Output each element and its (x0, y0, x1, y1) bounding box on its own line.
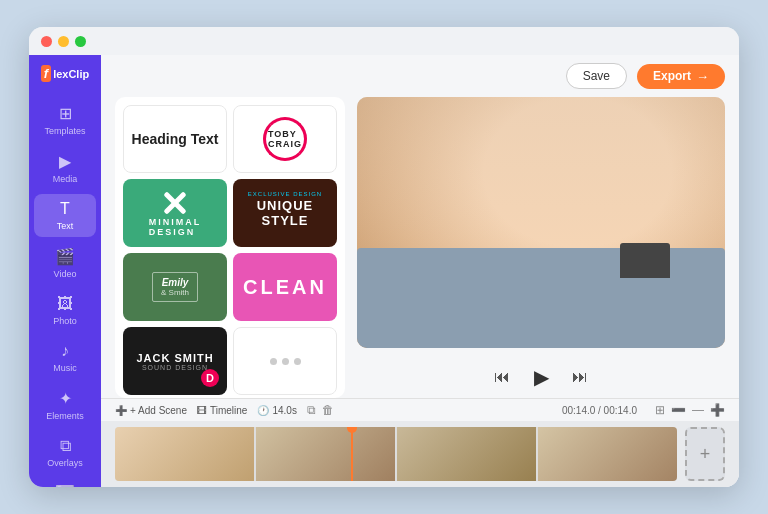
video-preview (357, 97, 725, 348)
zoom-bar-icon: — (692, 403, 704, 417)
text-card-emily[interactable]: Emily & Smith (123, 253, 227, 321)
music-icon: ♪ (61, 342, 69, 360)
photo-label: Photo (53, 316, 77, 326)
sidebar-item-bkground[interactable]: ⬜ BKground (34, 478, 96, 487)
video-controls: ⏮ ▶ ⏭ (357, 356, 725, 398)
timeline-bar: ➕ + Add Scene 🎞 Timeline 🕐 14.0s ⧉ 🗑 00:… (101, 398, 739, 421)
heading-text-label: Heading Text (132, 131, 219, 147)
logo-text: lexClip (53, 68, 89, 80)
jack-inner: JACK SMITH Sound Design (136, 352, 213, 371)
skip-forward-button[interactable]: ⏭ (570, 366, 590, 388)
templates-label: Templates (44, 126, 85, 136)
export-label: Export (653, 69, 691, 83)
text-card-toby[interactable]: TOBYCRAIG (233, 105, 337, 173)
copy-icon[interactable]: ⧉ (307, 403, 316, 417)
top-bar: Save Export → (101, 55, 739, 97)
app-logo: f lexClip (41, 65, 89, 82)
save-button[interactable]: Save (566, 63, 627, 89)
sidebar-item-photo[interactable]: 🖼 Photo (34, 289, 96, 332)
logo-f: f (41, 65, 51, 82)
sidebar-item-elements[interactable]: ✦ Elements (34, 383, 96, 427)
sidebar-item-templates[interactable]: ⊞ Templates (34, 98, 96, 142)
close-dot[interactable] (41, 36, 52, 47)
current-time: 00:14.0 / 00:14.0 (562, 405, 637, 416)
sidebar-item-overlays[interactable]: ⧉ Overlays (34, 431, 96, 474)
toby-inner: TOBYCRAIG (263, 117, 307, 161)
add-scene-button[interactable]: ➕ + Add Scene (115, 405, 187, 416)
duration-display: 🕐 14.0s (257, 405, 296, 416)
time-display: 00:14.0 / 00:14.0 (562, 405, 637, 416)
text-card-heading[interactable]: Heading Text (123, 105, 227, 173)
film-frame-2 (256, 427, 395, 481)
clean-text: CLEAN (243, 276, 327, 299)
video-label: Video (54, 269, 77, 279)
titlebar (29, 27, 739, 55)
filmstrip-area: + (101, 421, 739, 487)
film-frame-4 (538, 427, 677, 481)
preview-area: ⏮ ▶ ⏭ (357, 97, 725, 398)
export-arrow-icon: → (696, 69, 709, 84)
text-card-unique[interactable]: EXCLUSIVE DESIGN UNIQUE STYLE (233, 179, 337, 247)
overlays-label: Overlays (47, 458, 83, 468)
app-window: f lexClip ⊞ Templates ▶ Media T Text 🎬 V… (29, 27, 739, 487)
text-label: Text (57, 221, 74, 231)
minimize-dot[interactable] (58, 36, 69, 47)
timeline-icon: 🎞 (197, 405, 207, 416)
text-card-jack[interactable]: JACK SMITH Sound Design D (123, 327, 227, 395)
media-icon: ▶ (59, 152, 71, 171)
skip-back-button[interactable]: ⏮ (492, 366, 512, 388)
duration-value: 14.0s (272, 405, 296, 416)
zoom-in-icon[interactable]: ➕ (710, 403, 725, 417)
emily-name2: & Smith (161, 288, 189, 297)
film-frame-3 (397, 427, 536, 481)
toby-circle: TOBYCRAIG (263, 117, 307, 161)
film-frame-1 (115, 427, 254, 481)
overlays-icon: ⧉ (60, 437, 71, 455)
sidebar-item-media[interactable]: ▶ Media (34, 146, 96, 190)
zoom-controls: ⊞ ➖ — ➕ (655, 403, 725, 417)
sidebar-item-video[interactable]: 🎬 Video (34, 241, 96, 285)
sidebar-item-music[interactable]: ♪ Music (34, 336, 96, 379)
app-body: f lexClip ⊞ Templates ▶ Media T Text 🎬 V… (29, 55, 739, 487)
sidebar: f lexClip ⊞ Templates ▶ Media T Text 🎬 V… (29, 55, 101, 487)
music-label: Music (53, 363, 77, 373)
timeline-label: Timeline (210, 405, 247, 416)
maximize-dot[interactable] (75, 36, 86, 47)
delete-icon[interactable]: 🗑 (322, 403, 334, 417)
emily-frame: Emily & Smith (152, 272, 198, 302)
add-clip-button[interactable]: + (685, 427, 725, 481)
unique-subtitle: EXCLUSIVE DESIGN (233, 191, 337, 197)
dot-3 (294, 358, 301, 365)
elements-label: Elements (46, 411, 84, 421)
play-button[interactable]: ▶ (526, 362, 556, 392)
timeline-toggle-button[interactable]: 🎞 Timeline (197, 405, 247, 416)
clock-icon: 🕐 (257, 405, 269, 416)
jack-subtitle: Sound Design (136, 364, 213, 371)
dot-2 (282, 358, 289, 365)
jack-circle: D (201, 369, 219, 387)
photo-icon: 🖼 (57, 295, 73, 313)
sidebar-item-text[interactable]: T Text (34, 194, 96, 237)
templates-icon: ⊞ (59, 104, 72, 123)
minimal-inner: MINIMALDESIGN (149, 189, 202, 237)
text-card-minimal[interactable]: MINIMALDESIGN (123, 179, 227, 247)
emily-name: Emily (161, 277, 189, 288)
text-card-clean[interactable]: CLEAN (233, 253, 337, 321)
main-content: Save Export → Heading Text (101, 55, 739, 487)
playhead[interactable] (351, 427, 353, 481)
bkground-icon: ⬜ (55, 484, 75, 487)
fit-icon[interactable]: ⊞ (655, 403, 665, 417)
text-panel: Heading Text TOBYCRAIG (115, 97, 345, 398)
media-label: Media (53, 174, 78, 184)
editor-area: Heading Text TOBYCRAIG (101, 97, 739, 398)
jack-name: JACK SMITH (136, 352, 213, 364)
dot-1 (270, 358, 277, 365)
zoom-out-icon[interactable]: ➖ (671, 403, 686, 417)
jack-d: D (206, 372, 214, 384)
text-card-more[interactable] (233, 327, 337, 395)
export-button[interactable]: Export → (637, 64, 725, 89)
scene-background (357, 97, 725, 348)
text-icon: T (60, 200, 70, 218)
timeline-controls: ⧉ 🗑 (307, 403, 334, 417)
filmstrip[interactable] (115, 427, 677, 481)
